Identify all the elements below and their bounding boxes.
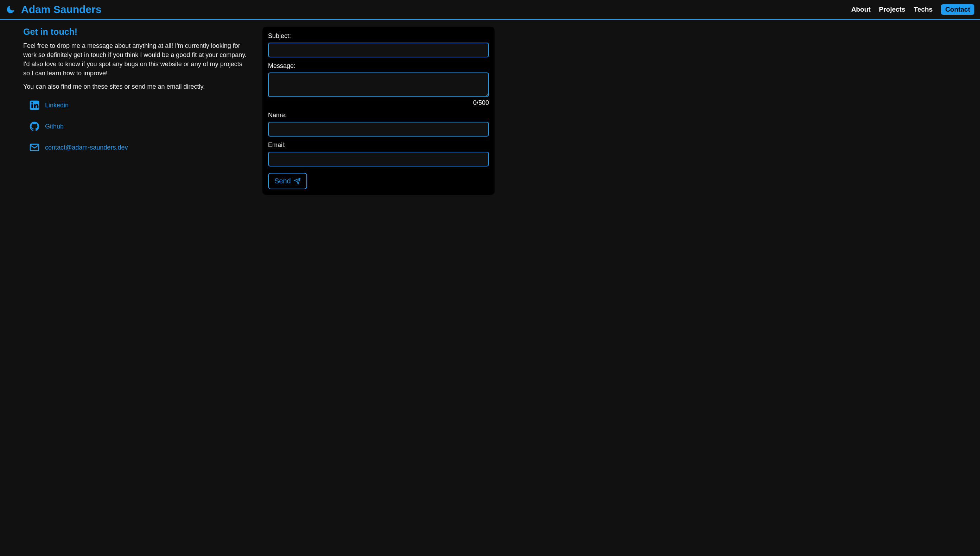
nav-projects[interactable]: Projects (879, 6, 906, 13)
email-group: Email: (268, 141, 489, 166)
name-group: Name: (268, 112, 489, 137)
linkedin-label: Linkedin (45, 102, 69, 109)
linkedin-icon (29, 100, 40, 111)
send-icon (294, 178, 301, 185)
left-column: Get in touch! Feel free to drop me a mes… (23, 27, 248, 195)
right-column: Subject: Message: 0/500 Name: Email: Sen… (263, 27, 495, 195)
nav-about[interactable]: About (851, 6, 870, 13)
subject-label: Subject: (268, 32, 489, 40)
header-left: Adam Saunders (6, 3, 101, 16)
section-title: Get in touch! (23, 27, 248, 37)
nav-contact[interactable]: Contact (941, 4, 974, 15)
email-label: contact@adam-saunders.dev (45, 144, 128, 151)
nav-techs[interactable]: Techs (914, 6, 933, 13)
moon-icon[interactable] (6, 5, 16, 15)
svg-rect-1 (31, 105, 33, 108)
github-link[interactable]: Github (29, 121, 248, 132)
contact-form: Subject: Message: 0/500 Name: Email: Sen… (263, 27, 495, 195)
main: Get in touch! Feel free to drop me a mes… (0, 20, 980, 202)
name-input[interactable] (268, 122, 489, 137)
name-label: Name: (268, 112, 489, 119)
email-label: Email: (268, 141, 489, 149)
subject-input[interactable] (268, 43, 489, 57)
header: Adam Saunders About Projects Techs Conta… (0, 0, 980, 20)
char-counter: 0/500 (268, 99, 489, 107)
contact-paragraph-2: You can also find me on these sites or s… (23, 82, 248, 91)
github-icon (29, 121, 40, 132)
github-label: Github (45, 123, 64, 130)
social-links: Linkedin Github contact@adam-saunde (23, 100, 248, 153)
email-link[interactable]: contact@adam-saunders.dev (29, 142, 248, 153)
message-group: Message: 0/500 (268, 62, 489, 107)
subject-group: Subject: (268, 32, 489, 57)
message-textarea[interactable] (268, 73, 489, 97)
linkedin-link[interactable]: Linkedin (29, 100, 248, 111)
send-label: Send (274, 177, 291, 185)
nav: About Projects Techs Contact (851, 4, 974, 15)
site-title[interactable]: Adam Saunders (21, 3, 101, 16)
envelope-icon (29, 142, 40, 153)
send-button[interactable]: Send (268, 173, 307, 189)
email-input[interactable] (268, 152, 489, 166)
contact-paragraph-1: Feel free to drop me a message about any… (23, 41, 248, 78)
message-label: Message: (268, 62, 489, 70)
svg-point-2 (31, 102, 33, 104)
